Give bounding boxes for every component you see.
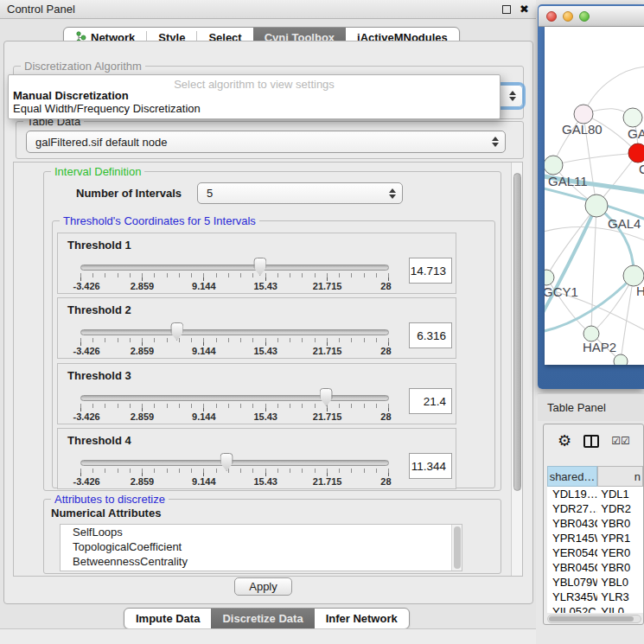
table-horizontal-scrollbar[interactable] bbox=[547, 615, 641, 623]
tab-infer-network[interactable]: Infer Network bbox=[315, 609, 409, 628]
scale-label: 15.43 bbox=[253, 346, 277, 356]
table-row[interactable]: YPR145WYPR1 bbox=[547, 531, 643, 545]
table-row[interactable]: YIL052CYIL0 bbox=[547, 604, 643, 613]
scale-label: 9.144 bbox=[192, 411, 216, 422]
table-body: YDL19…YDL1 YDR27…YDR2 YBR043CYBR0 YPR145… bbox=[547, 487, 643, 613]
scrollbar-thumb[interactable] bbox=[513, 173, 521, 491]
scale-label: 28 bbox=[380, 411, 391, 422]
table-row[interactable]: YBL079WYBL0 bbox=[547, 575, 643, 590]
checkbox-icons[interactable]: ☑☑ bbox=[611, 435, 630, 447]
combobox-arrows-icon bbox=[509, 91, 516, 101]
settings-vertical-scrollbar[interactable] bbox=[511, 163, 522, 576]
float-window-icon[interactable] bbox=[502, 5, 511, 14]
table-row[interactable]: YBR045CYBR0 bbox=[547, 560, 643, 575]
cell: YPR1 bbox=[597, 531, 643, 545]
dropdown-option-equal-width-frequency[interactable]: Equal Width/Frequency Discretization bbox=[9, 102, 500, 115]
column-header-shared[interactable]: shared… bbox=[547, 466, 597, 487]
scale-label: 21.715 bbox=[313, 281, 342, 291]
list-item[interactable]: BetweennessCentrality bbox=[61, 554, 462, 569]
scale-label: 9.144 bbox=[192, 346, 216, 356]
cell: YIL0 bbox=[597, 604, 643, 613]
threshold-3-box: Threshold 3 -3.426 2.859 9.144 15.43 21.… bbox=[57, 363, 456, 424]
node-label-partial: H bbox=[636, 284, 644, 298]
threshold-2-slider: -3.426 2.859 9.144 15.43 21.715 28 bbox=[80, 298, 392, 360]
node-partial-top-right[interactable] bbox=[623, 108, 642, 127]
cell: YPR145W bbox=[547, 531, 597, 545]
scale-label: 21.715 bbox=[313, 346, 342, 356]
node-label-gal11: GAL11 bbox=[548, 174, 588, 188]
table-row[interactable]: YDR27…YDR2 bbox=[547, 501, 643, 516]
cell: YDR27… bbox=[547, 501, 597, 516]
node-label-gal4: GAL4 bbox=[608, 216, 641, 231]
table-panel-titlebar: Table Panel bbox=[538, 393, 644, 421]
control-panel: Control Panel ✖ Network Style Select Cyn… bbox=[0, 0, 536, 644]
list-item[interactable]: TopologicalCoefficient bbox=[61, 539, 462, 554]
tab-impute-data-label: Impute Data bbox=[136, 612, 200, 625]
number-of-intervals-combobox[interactable]: 5 bbox=[197, 182, 403, 204]
zoom-traffic-light-icon[interactable] bbox=[579, 11, 590, 22]
columns-icon[interactable] bbox=[583, 435, 599, 448]
close-icon[interactable]: ✖ bbox=[520, 3, 529, 16]
node-gal80[interactable] bbox=[574, 105, 593, 124]
slider-scale-labels: -3.426 2.859 9.144 15.43 21.715 28 bbox=[80, 281, 389, 292]
settings-scroll-area: Interval Definition Number of Intervals … bbox=[13, 162, 523, 577]
scrollbar-thumb[interactable] bbox=[549, 616, 634, 622]
list-scrollbar[interactable] bbox=[451, 525, 462, 571]
node-gcy1[interactable] bbox=[545, 270, 554, 285]
node-gal11[interactable] bbox=[545, 156, 563, 175]
threshold-2-box: Threshold 2 -3.426 2.859 9.144 15.43 21.… bbox=[57, 297, 456, 359]
list-item[interactable]: SelfLoops bbox=[61, 525, 462, 539]
scale-label: 15.43 bbox=[253, 281, 277, 291]
node-partial-bottom[interactable] bbox=[614, 354, 628, 365]
tab-discretize-data[interactable]: Discretize Data bbox=[211, 609, 314, 628]
combobox-arrows-icon bbox=[492, 137, 499, 147]
table-row[interactable]: YDL19…YDL1 bbox=[547, 487, 643, 501]
table-row[interactable]: YER054CYER0 bbox=[547, 545, 643, 560]
slider-track[interactable] bbox=[80, 329, 389, 335]
threshold-1-value-field[interactable] bbox=[409, 258, 452, 284]
minimize-traffic-light-icon[interactable] bbox=[563, 11, 573, 22]
cell: YDL19… bbox=[547, 487, 597, 501]
scale-label: -3.426 bbox=[73, 346, 100, 356]
scale-label: 9.144 bbox=[192, 476, 216, 487]
node-label-partial: C bbox=[639, 162, 644, 176]
threshold-4-value-field[interactable] bbox=[409, 453, 452, 479]
cell: YBR045C bbox=[547, 560, 597, 575]
scale-label: 2.859 bbox=[131, 281, 155, 291]
table-data-group: Table Data galFiltered.sif default node bbox=[16, 121, 524, 159]
node-gal4[interactable] bbox=[585, 194, 608, 217]
node-label-gal80: GAL80 bbox=[562, 122, 603, 137]
tab-impute-data[interactable]: Impute Data bbox=[124, 609, 211, 628]
numerical-attributes-list: SelfLoops TopologicalCoefficient Between… bbox=[60, 524, 462, 571]
network-canvas[interactable]: GAL80 GA C GAL11 GAL4 GCY1 H HAP2 bbox=[545, 27, 644, 365]
slider-track[interactable] bbox=[80, 265, 389, 271]
table-toolbar: ⚙ ☑☑ bbox=[544, 430, 643, 452]
scale-label: 15.43 bbox=[253, 411, 277, 422]
table-row[interactable]: YBR043CYBR0 bbox=[547, 516, 643, 531]
cell: YDR2 bbox=[597, 501, 643, 516]
apply-button[interactable]: Apply bbox=[234, 577, 292, 596]
node-label-hap2: HAP2 bbox=[583, 340, 616, 354]
table-data-value: galFiltered.sif default node bbox=[35, 136, 167, 149]
cell: YER054C bbox=[547, 545, 597, 560]
table-data-combobox[interactable]: galFiltered.sif default node bbox=[26, 131, 506, 153]
gear-icon[interactable]: ⚙ bbox=[558, 432, 571, 450]
column-header-name[interactable]: n bbox=[597, 466, 643, 487]
combobox-arrows-icon bbox=[389, 188, 396, 199]
dropdown-option-manual-discretization[interactable]: Manual Discretization bbox=[9, 89, 500, 102]
table-row[interactable]: YLR345WYLR3 bbox=[547, 590, 643, 604]
slider-scale-labels: -3.426 2.859 9.144 15.43 21.715 28 bbox=[80, 411, 389, 423]
slider-track[interactable] bbox=[80, 395, 389, 401]
table-panel-title: Table Panel bbox=[547, 401, 606, 414]
scale-label: -3.426 bbox=[73, 476, 100, 487]
cell: YBL079W bbox=[547, 575, 597, 590]
threshold-1-box: Threshold 1 -3.426 2.859 9.144 15.43 21.… bbox=[57, 233, 456, 294]
cell: YBR0 bbox=[597, 516, 643, 531]
threshold-3-value-field[interactable] bbox=[409, 388, 452, 414]
scale-label: -3.426 bbox=[73, 281, 100, 291]
close-traffic-light-icon[interactable] bbox=[546, 11, 557, 22]
cell: YBR0 bbox=[597, 560, 643, 575]
slider-track[interactable] bbox=[80, 460, 389, 466]
threshold-2-value-field[interactable] bbox=[409, 322, 452, 348]
node-selected-red[interactable] bbox=[628, 143, 644, 163]
